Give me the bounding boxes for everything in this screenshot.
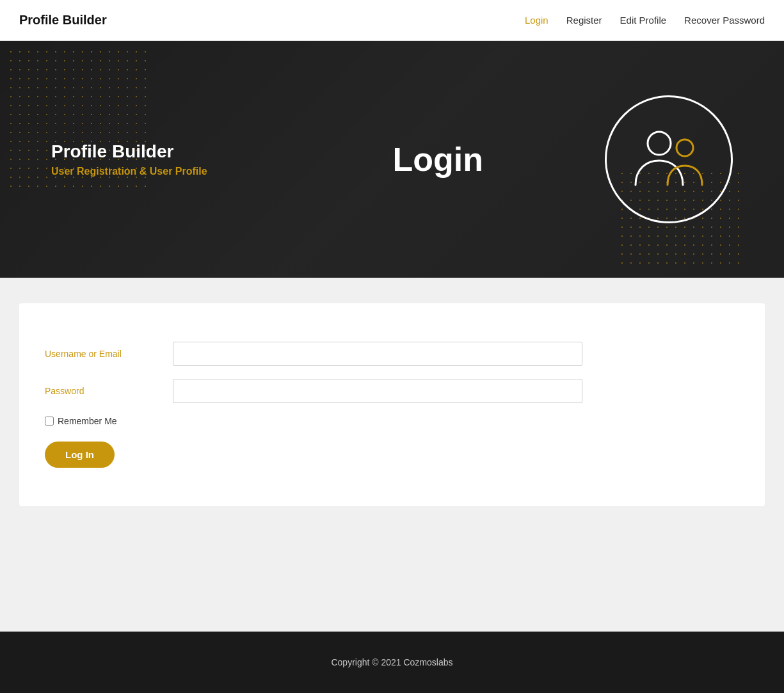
nav-item-recover-password[interactable]: Recover Password (684, 15, 765, 26)
footer: Copyright © 2021 Cozmoslabs (0, 632, 784, 693)
users-icon (624, 121, 714, 198)
main-content: Username or Email Password Remember Me L… (0, 278, 784, 532)
password-input[interactable] (173, 379, 582, 403)
brand-logo[interactable]: Profile Builder (19, 13, 107, 28)
password-row: Password (45, 379, 739, 403)
navbar: Profile Builder Login Register Edit Prof… (0, 0, 784, 41)
nav-link-recover-password[interactable]: Recover Password (684, 15, 765, 26)
username-label: Username or Email (45, 349, 173, 359)
hero-subtitle: Profile Builder (51, 141, 207, 162)
hero-icon-circle (605, 95, 733, 223)
password-label: Password (45, 386, 173, 396)
login-form-card: Username or Email Password Remember Me L… (19, 303, 765, 506)
remember-checkbox[interactable] (45, 417, 54, 426)
nav-menu: Login Register Edit Profile Recover Pass… (525, 15, 765, 26)
nav-link-login[interactable]: Login (525, 15, 548, 26)
nav-item-edit-profile[interactable]: Edit Profile (620, 15, 667, 26)
login-button[interactable]: Log In (45, 442, 115, 468)
copyright-text: Copyright © 2021 Cozmoslabs (331, 657, 452, 667)
nav-link-register[interactable]: Register (566, 15, 602, 26)
hero-title: Login (271, 140, 605, 179)
hero-tagline: User Registration & User Profile (51, 166, 207, 177)
username-input[interactable] (173, 342, 582, 366)
nav-item-register[interactable]: Register (566, 15, 602, 26)
nav-link-edit-profile[interactable]: Edit Profile (620, 15, 667, 26)
nav-item-login[interactable]: Login (525, 15, 548, 26)
remember-label[interactable]: Remember Me (58, 416, 117, 426)
username-row: Username or Email (45, 342, 739, 366)
remember-row: Remember Me (45, 416, 739, 426)
hero-banner: Profile Builder User Registration & User… (0, 41, 784, 278)
svg-point-0 (648, 132, 671, 155)
svg-point-1 (676, 139, 693, 156)
hero-text: Profile Builder User Registration & User… (51, 141, 207, 177)
hero-content: Profile Builder User Registration & User… (0, 95, 784, 223)
